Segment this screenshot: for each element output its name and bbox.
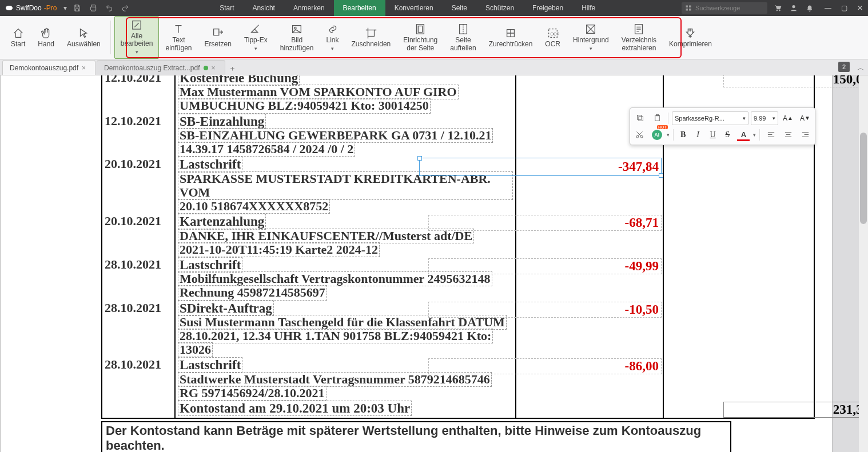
date-cell: 12.10.2021 bbox=[102, 114, 176, 157]
save-icon[interactable] bbox=[69, 0, 85, 16]
ribbon-page-setup[interactable]: Einrichtungder Seite bbox=[397, 16, 444, 59]
strike-button[interactable]: S bbox=[722, 127, 734, 142]
balance-label[interactable]: Kontostand am 29.10.2021 um 20:03 Uhr bbox=[178, 401, 412, 416]
ribbon-hand[interactable]: Hand bbox=[31, 16, 61, 59]
footer-note: Der Kontostand kann Beträge mit späterer… bbox=[106, 423, 727, 452]
scroll-thumb[interactable] bbox=[860, 133, 867, 224]
ribbon-crop[interactable]: Zuschneiden bbox=[345, 16, 397, 59]
bell-icon[interactable] bbox=[803, 0, 817, 16]
new-tab-button[interactable]: ＋ bbox=[226, 62, 239, 75]
menu-schützen[interactable]: Schützen bbox=[476, 0, 523, 16]
font-size-select[interactable]: 9.99▾ bbox=[751, 111, 778, 125]
svg-rect-11 bbox=[368, 30, 374, 36]
bold-button[interactable]: B bbox=[677, 127, 690, 142]
svg-point-4 bbox=[777, 10, 778, 11]
doc-tab[interactable]: Demokontoauszug.pdf× bbox=[2, 60, 95, 75]
cut-icon[interactable] bbox=[632, 127, 647, 142]
copy-icon[interactable] bbox=[632, 111, 647, 126]
balance-value[interactable]: 231,33 bbox=[723, 402, 868, 418]
menu-freigeben[interactable]: Freigeben bbox=[523, 0, 572, 16]
ribbon-tippex[interactable]: Tipp-Ex▾ bbox=[238, 16, 274, 59]
menu-bearbeiten[interactable]: Bearbeiten bbox=[334, 0, 385, 16]
ribbon-insert-text[interactable]: Texteinfügen bbox=[159, 16, 198, 59]
amount-selected[interactable]: -347,84 bbox=[419, 158, 662, 176]
desc-line[interactable]: RG 5971456924/28.10.2021 bbox=[178, 386, 327, 401]
font-color-button[interactable]: A bbox=[736, 127, 751, 142]
decrease-font-icon[interactable]: A▼ bbox=[798, 111, 813, 126]
align-right-icon[interactable] bbox=[798, 127, 813, 142]
menu-konvertieren[interactable]: Konvertieren bbox=[385, 0, 443, 16]
close-button[interactable]: ✕ bbox=[852, 0, 868, 16]
underline-button[interactable]: U bbox=[707, 127, 719, 142]
desc-title[interactable]: Lastschrift bbox=[178, 157, 242, 172]
ribbon-link[interactable]: Link▾ bbox=[320, 16, 345, 59]
ribbon-straighten[interactable]: Zurechtrücken bbox=[483, 16, 539, 59]
ribbon-ocr[interactable]: OCROCR bbox=[539, 16, 567, 59]
desc-title[interactable]: Lastschrift bbox=[178, 257, 242, 273]
desc-line[interactable]: UMBUCHUNG BLZ:94059421 Kto: 30014250 bbox=[178, 98, 431, 113]
print-icon[interactable] bbox=[85, 0, 101, 16]
date-cell: 28.10.2021 bbox=[102, 257, 176, 301]
titlebar-right-icons bbox=[767, 0, 820, 16]
increase-font-icon[interactable]: A▲ bbox=[781, 111, 795, 126]
desc-line[interactable]: 2021-10-20T11:45:19 Karte2 2024-12 bbox=[178, 242, 380, 257]
vertical-scrollbar[interactable] bbox=[859, 75, 868, 452]
desc-line[interactable]: Max Mustermann VOM SPARKONTO AUF GIRO bbox=[178, 85, 459, 99]
menu-seite[interactable]: Seite bbox=[443, 0, 476, 16]
menu-hilfe[interactable]: Hilfe bbox=[572, 0, 604, 16]
align-left-icon[interactable] bbox=[763, 127, 778, 142]
search-placeholder: Suchwerkzeuge bbox=[695, 5, 740, 11]
ribbon-edit-all[interactable]: Allebearbeiten▾ bbox=[114, 16, 160, 59]
text-format-toolbar[interactable]: SparkasseRg-R...▾ 9.99▾ A▲ A▼ AIHOT ▾ B … bbox=[630, 107, 815, 145]
menu-anmerken[interactable]: Anmerken bbox=[284, 0, 334, 16]
undo-icon[interactable] bbox=[101, 0, 117, 16]
ribbon-select[interactable]: Auswählen bbox=[61, 16, 107, 59]
doc-tab[interactable]: Demokontoauszug Extract...pdf× bbox=[97, 60, 225, 75]
ribbon-start[interactable]: Start bbox=[5, 16, 31, 59]
user-icon[interactable] bbox=[787, 0, 801, 16]
cart-icon[interactable] bbox=[771, 0, 785, 16]
amount-field[interactable]: -68,71 bbox=[428, 215, 662, 231]
ribbon-background[interactable]: Hintergrund▾ bbox=[567, 16, 615, 59]
ribbon-extract-dir[interactable]: Verzeichnisextrahieren bbox=[615, 16, 663, 59]
ai-button[interactable]: AIHOT bbox=[650, 127, 664, 142]
desc-line[interactable]: 28.10.2021, 12.34 UHR 1.TAN 901758 BLZ:9… bbox=[178, 329, 493, 343]
desc-line[interactable]: SB-EINZAHLUNG GEWERBEPARK GA 0731 / 12.1… bbox=[178, 128, 493, 143]
tab-close-icon[interactable]: × bbox=[82, 64, 86, 72]
amount-field[interactable]: 150,00 bbox=[723, 75, 868, 87]
desc-line[interactable]: Rechnung 45987214585697 bbox=[178, 285, 327, 300]
amount-field[interactable]: -49,99 bbox=[428, 258, 662, 274]
ribbon: StartHandAuswählen Allebearbeiten▾Textei… bbox=[0, 16, 868, 59]
titlebar: SwifDoo-Pro ▾ StartAnsichtAnmerkenBearbe… bbox=[0, 0, 868, 16]
maximize-button[interactable]: ▢ bbox=[836, 0, 852, 16]
amount-field[interactable]: -86,00 bbox=[428, 358, 662, 374]
italic-button[interactable]: I bbox=[692, 127, 704, 142]
collapse-ribbon-icon[interactable]: ︿ bbox=[857, 63, 865, 73]
ribbon-split-page[interactable]: Seiteaufteilen bbox=[444, 16, 482, 59]
font-select[interactable]: SparkasseRg-R...▾ bbox=[672, 111, 748, 125]
menu-ansicht[interactable]: Ansicht bbox=[244, 0, 284, 16]
redo-icon[interactable] bbox=[117, 0, 133, 16]
amount-field[interactable]: -10,50 bbox=[428, 302, 662, 318]
minimize-button[interactable]: — bbox=[820, 0, 836, 16]
ribbon-replace[interactable]: Ersetzen bbox=[198, 16, 238, 59]
page-count-badge[interactable]: 2 bbox=[838, 62, 850, 72]
desc-line[interactable]: 13026 bbox=[178, 342, 213, 357]
search-tools[interactable]: Suchwerkzeuge bbox=[682, 2, 767, 14]
mid-cell: -49,99 bbox=[516, 257, 664, 301]
app-dropdown-icon[interactable]: ▾ bbox=[61, 4, 69, 12]
align-center-icon[interactable] bbox=[781, 127, 795, 142]
tab-close-icon[interactable]: × bbox=[212, 64, 216, 72]
desc-line[interactable]: 20.10 518674XXXXXX8752 bbox=[178, 199, 330, 214]
desc-title[interactable]: SB-Einzahlung bbox=[178, 114, 266, 129]
desc-line[interactable]: 14.39.17 1458726584 / 2024 /0 / 2 bbox=[178, 142, 355, 157]
ribbon-compress[interactable]: Komprimieren bbox=[663, 16, 718, 59]
desc-title[interactable]: Kartenzahlung bbox=[178, 214, 266, 229]
ribbon-add-image[interactable]: Bildhinzufügen bbox=[274, 16, 320, 59]
date-cell: 28.10.2021 bbox=[102, 357, 176, 401]
desc-title[interactable]: SDirekt-Auftrag bbox=[178, 301, 274, 316]
menu-start[interactable]: Start bbox=[210, 0, 243, 16]
paste-icon[interactable] bbox=[650, 111, 664, 126]
desc-title[interactable]: Lastschrift bbox=[178, 357, 242, 373]
desc-cell: SB-EinzahlungSB-EINZAHLUNG GEWERBEPARK G… bbox=[176, 114, 516, 157]
